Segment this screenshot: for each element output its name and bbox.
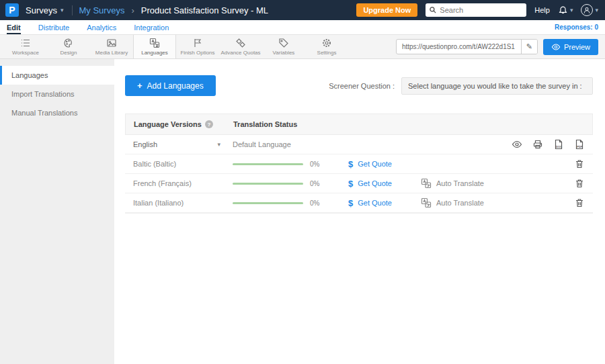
dollar-icon: $ [348, 179, 353, 189]
toolbar-item-languages[interactable]: Languages [133, 35, 176, 58]
toolbar-item-design[interactable]: Design [47, 35, 90, 58]
auto-translate-link[interactable]: Auto Translate [421, 178, 484, 189]
tab-edit[interactable]: Edit [7, 20, 21, 34]
auto-translate-label: Auto Translate [436, 199, 484, 207]
dollar-icon: $ [348, 159, 353, 169]
toolbar-item-media-library[interactable]: Media Library [90, 35, 133, 58]
default-language-value: English [133, 140, 157, 148]
translate-icon [421, 197, 432, 208]
account-menu[interactable]: ▾ [581, 4, 598, 16]
module-nav: Edit Distribute Analytics Integration Re… [0, 20, 605, 35]
screener-question-field[interactable]: Select language you would like to take t… [401, 77, 593, 95]
language-versions-header: Language Versions [134, 120, 202, 128]
table-header: Language Versions ? Translation Status [125, 113, 593, 135]
tab-distribute[interactable]: Distribute [38, 20, 69, 34]
questionpro-logo[interactable]: P [5, 3, 19, 17]
tab-integration[interactable]: Integration [134, 20, 169, 34]
sidebar-item-manual-translations[interactable]: Manual Translations [0, 103, 114, 122]
language-name: French (Français) [133, 179, 233, 187]
breadcrumb-separator: › [131, 5, 134, 15]
toolbar-item-label: Finish Options [180, 50, 214, 56]
languages-sidebar: Languages Import Translations Manual Tra… [0, 59, 114, 364]
print-button[interactable] [532, 139, 543, 150]
help-tooltip-icon[interactable]: ? [205, 120, 213, 128]
language-versions-table: Language Versions ? Translation Status E… [125, 113, 593, 214]
global-search[interactable] [426, 3, 526, 17]
add-languages-label: Add Languages [147, 81, 204, 91]
add-languages-button[interactable]: + Add Languages [125, 75, 216, 96]
svg-text:DOC: DOC [556, 145, 562, 148]
trash-icon [574, 178, 585, 189]
export-doc-button[interactable]: DOC [553, 139, 564, 150]
chevron-down-icon: ▾ [217, 141, 220, 148]
export-pdf-button[interactable]: PDF [574, 139, 585, 150]
delete-language-button[interactable] [574, 197, 585, 208]
translation-progress-bar [233, 183, 303, 185]
get-quote-link[interactable]: $ Get Quote [348, 179, 421, 189]
advance-quotas-icon [235, 38, 246, 48]
preview-button[interactable]: Preview [543, 39, 598, 55]
search-icon [429, 6, 437, 14]
toolbar-item-settings[interactable]: Settings [305, 35, 348, 58]
get-quote-link[interactable]: $ Get Quote [348, 159, 421, 169]
design-icon [63, 38, 74, 48]
pdf-file-icon: PDF [574, 139, 585, 150]
language-name: Italian (Italiano) [133, 199, 233, 207]
notifications-menu[interactable]: ▾ [558, 5, 573, 15]
toolbar-item-workspace[interactable]: Workspace [4, 35, 47, 58]
edit-url-button[interactable]: ✎ [521, 40, 537, 54]
chevron-down-icon: ▾ [570, 7, 573, 13]
auto-translate-link[interactable]: Auto Translate [421, 197, 484, 208]
survey-url-input[interactable] [397, 43, 521, 50]
toolbar-item-finish-options[interactable]: Finish Options [176, 35, 219, 58]
toolbar-item-label: Settings [317, 50, 337, 56]
eye-icon [512, 139, 522, 150]
avatar [581, 4, 593, 16]
toolbar-item-label: Variables [273, 50, 295, 56]
language-name: Baltic (Baltic) [133, 160, 233, 168]
toolbar-item-label: Media Library [95, 50, 128, 56]
table-row-language: Italian (Italiano) 0% $ Get Quote Auto T… [125, 193, 593, 213]
bell-icon [558, 5, 568, 15]
toolbar-item-label: Languages [141, 50, 168, 56]
tab-analytics[interactable]: Analytics [87, 20, 116, 34]
breadcrumb-my-surveys[interactable]: My Surveys [79, 5, 125, 15]
get-quote-link[interactable]: $ Get Quote [348, 198, 421, 208]
toolbar-item-label: Design [61, 50, 77, 56]
default-language-select[interactable]: English ▾ [133, 140, 220, 148]
delete-language-button[interactable] [574, 158, 585, 169]
search-input[interactable] [440, 6, 523, 14]
survey-url-box: ✎ [396, 39, 538, 54]
auto-translate-label: Auto Translate [436, 179, 484, 187]
trash-icon [574, 197, 585, 208]
sidebar-item-import-translations[interactable]: Import Translations [0, 85, 114, 103]
sidebar-item-languages[interactable]: Languages [0, 66, 114, 85]
survey-title: Product Satisfaction Survey - ML [141, 5, 268, 15]
delete-language-button[interactable] [574, 178, 585, 189]
chevron-down-icon: ▾ [595, 7, 598, 13]
upgrade-button[interactable]: Upgrade Now [356, 3, 417, 17]
get-quote-label: Get Quote [358, 179, 392, 187]
eye-icon [551, 42, 561, 52]
translate-icon [421, 178, 432, 189]
surveys-menu[interactable]: Surveys ▾ [26, 5, 73, 15]
variables-icon [278, 38, 289, 48]
doc-file-icon: DOC [553, 139, 564, 150]
toolbar-item-variables[interactable]: Variables [262, 35, 305, 58]
help-link[interactable]: Help [534, 6, 550, 14]
translation-status-header: Translation Status [233, 120, 297, 128]
edit-toolbar: Workspace Design Media Library Languages… [0, 35, 605, 59]
responses-count[interactable]: Responses: 0 [555, 20, 598, 34]
dollar-icon: $ [348, 198, 353, 208]
workspace-icon [20, 38, 31, 48]
view-button[interactable] [512, 139, 522, 150]
table-row-default-language: English ▾ Default Language DOC PDF [125, 135, 593, 154]
surveys-menu-label: Surveys [26, 5, 57, 15]
settings-icon [321, 38, 332, 48]
toolbar-item-advance-quotas[interactable]: Advance Quotas [219, 35, 262, 58]
translation-percent: 0% [310, 180, 319, 187]
get-quote-label: Get Quote [358, 199, 392, 207]
translation-percent: 0% [310, 199, 319, 207]
languages-panel: + Add Languages Screener Question : Sele… [114, 59, 605, 364]
finish-options-icon [192, 38, 203, 48]
